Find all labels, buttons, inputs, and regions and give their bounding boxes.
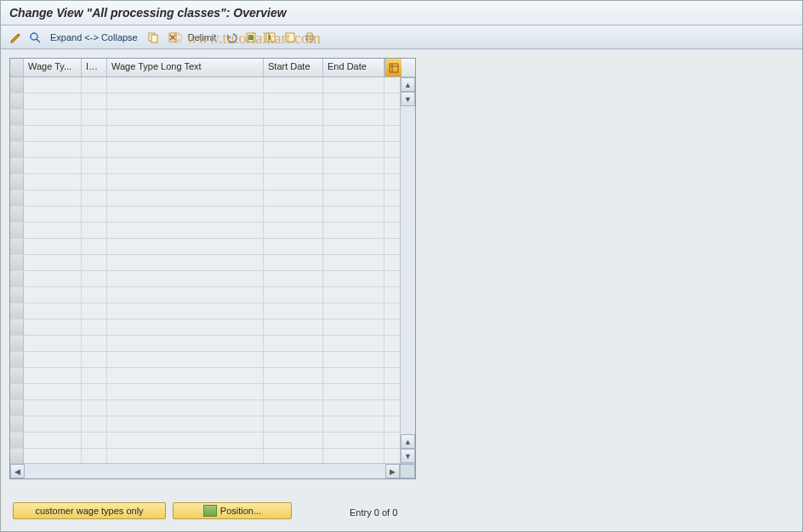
cell-info[interactable] [82, 352, 107, 367]
cell-long-text[interactable] [107, 110, 264, 125]
table-row[interactable] [10, 158, 400, 174]
row-selector[interactable] [10, 142, 24, 157]
row-selector[interactable] [10, 352, 24, 367]
cell-long-text[interactable] [107, 320, 264, 335]
cell-long-text[interactable] [107, 158, 264, 173]
row-selector[interactable] [10, 303, 24, 319]
horizontal-scrollbar[interactable]: ◀ ▶ [10, 463, 415, 478]
cell-info[interactable] [82, 126, 107, 141]
cell-start-date[interactable] [264, 223, 323, 238]
cell-long-text[interactable] [107, 142, 264, 157]
cell-info[interactable] [82, 239, 107, 254]
cell-start-date[interactable] [264, 110, 323, 125]
hscroll-track[interactable] [25, 464, 385, 478]
cell-info[interactable] [82, 336, 107, 351]
cell-wage-type[interactable] [24, 449, 82, 463]
cell-long-text[interactable] [107, 449, 264, 463]
row-selector[interactable] [10, 110, 24, 125]
table-row[interactable] [10, 384, 400, 400]
row-selector[interactable] [10, 384, 24, 399]
expand-collapse-button[interactable]: Expand <-> Collapse [47, 32, 141, 42]
cell-wage-type[interactable] [24, 400, 82, 416]
cell-long-text[interactable] [107, 384, 264, 399]
cell-end-date[interactable] [323, 449, 384, 463]
display-change-icon[interactable] [8, 30, 23, 45]
scroll-track[interactable] [401, 106, 415, 434]
cell-wage-type[interactable] [24, 368, 82, 383]
cell-end-date[interactable] [323, 174, 384, 190]
cell-wage-type[interactable] [24, 126, 82, 141]
cell-end-date[interactable] [323, 223, 384, 238]
table-row[interactable] [10, 126, 400, 142]
cell-long-text[interactable] [107, 303, 264, 319]
cell-long-text[interactable] [107, 287, 264, 303]
cell-info[interactable] [82, 384, 107, 399]
cell-end-date[interactable] [323, 433, 384, 448]
row-selector[interactable] [10, 449, 24, 463]
cell-wage-type[interactable] [24, 77, 82, 93]
cell-end-date[interactable] [323, 77, 384, 93]
table-row[interactable] [10, 352, 400, 368]
deselect-all-icon[interactable] [282, 30, 298, 45]
cell-start-date[interactable] [264, 271, 323, 286]
cell-long-text[interactable] [107, 416, 264, 432]
cell-wage-type[interactable] [24, 207, 82, 222]
print-icon[interactable] [302, 30, 317, 45]
cell-long-text[interactable] [107, 368, 264, 383]
cell-info[interactable] [82, 223, 107, 238]
cell-long-text[interactable] [107, 207, 264, 222]
undo-icon[interactable] [224, 30, 239, 45]
table-row[interactable] [10, 142, 400, 158]
table-settings-icon[interactable] [384, 59, 402, 76]
cell-end-date[interactable] [323, 158, 384, 173]
row-selector[interactable] [10, 223, 24, 238]
cell-wage-type[interactable] [24, 303, 82, 319]
cell-start-date[interactable] [264, 368, 323, 383]
select-all-icon[interactable] [243, 30, 259, 45]
cell-start-date[interactable] [264, 352, 323, 367]
cell-start-date[interactable] [264, 416, 323, 432]
cell-long-text[interactable] [107, 433, 264, 448]
cell-info[interactable] [82, 207, 107, 222]
table-row[interactable] [10, 416, 400, 433]
row-selector[interactable] [10, 126, 24, 141]
cell-info[interactable] [82, 255, 107, 270]
cell-info[interactable] [82, 142, 107, 157]
cell-start-date[interactable] [264, 93, 323, 109]
cell-info[interactable] [82, 110, 107, 125]
cell-start-date[interactable] [264, 303, 323, 319]
cell-info[interactable] [82, 174, 107, 190]
cell-wage-type[interactable] [24, 190, 82, 206]
row-selector[interactable] [10, 255, 24, 270]
cell-end-date[interactable] [323, 190, 384, 206]
row-selector[interactable] [10, 77, 24, 93]
delimit-button[interactable]: Delimit [185, 32, 220, 42]
cell-start-date[interactable] [264, 449, 323, 463]
delete-icon[interactable] [165, 30, 180, 45]
cell-end-date[interactable] [323, 239, 384, 254]
row-selector[interactable] [10, 271, 24, 286]
row-selector[interactable] [10, 239, 24, 254]
cell-wage-type[interactable] [24, 271, 82, 286]
cell-end-date[interactable] [323, 384, 384, 399]
table-row[interactable] [10, 303, 400, 320]
cell-wage-type[interactable] [24, 433, 82, 448]
cell-start-date[interactable] [264, 320, 323, 335]
cell-wage-type[interactable] [24, 320, 82, 335]
row-selector[interactable] [10, 190, 24, 206]
cell-wage-type[interactable] [24, 110, 82, 125]
cell-wage-type[interactable] [24, 416, 82, 432]
position-button[interactable]: Position... [173, 502, 292, 519]
cell-info[interactable] [82, 416, 107, 432]
table-row[interactable] [10, 110, 400, 126]
table-row[interactable] [10, 433, 400, 449]
column-wage-type[interactable]: Wage Ty... [24, 59, 82, 76]
row-selector[interactable] [10, 174, 24, 190]
cell-wage-type[interactable] [24, 287, 82, 303]
table-row[interactable] [10, 320, 400, 336]
cell-wage-type[interactable] [24, 255, 82, 270]
column-end-date[interactable]: End Date [323, 59, 384, 76]
cell-info[interactable] [82, 190, 107, 206]
scroll-down-icon[interactable]: ▼ [401, 92, 415, 106]
cell-wage-type[interactable] [24, 93, 82, 109]
